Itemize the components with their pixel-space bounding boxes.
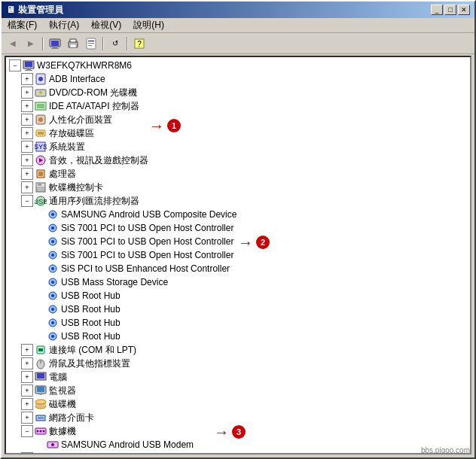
monitor-expand[interactable]: + — [21, 385, 33, 397]
svg-rect-1 — [51, 41, 59, 46]
refresh-button[interactable]: ↺ — [107, 35, 124, 52]
svg-rect-9 — [88, 43, 94, 44]
toolbar-sep-2 — [102, 37, 104, 50]
keyboard-expand[interactable]: + — [21, 452, 33, 454]
tree-item-floppy[interactable]: + 軟碟機控制卡 — [8, 181, 468, 194]
help-button[interactable]: ? — [131, 35, 148, 52]
tree-item-cpu[interactable]: + 處理器 — [8, 167, 468, 181]
ide-expand[interactable]: + — [21, 100, 33, 112]
network-label: 網路介面卡 — [49, 411, 467, 424]
audio-expand[interactable]: + — [21, 154, 33, 166]
root-hub-1-icon — [47, 290, 59, 302]
tree-item-root-hub-4[interactable]: USB Root Hub — [8, 330, 468, 343]
tree-item-ide[interactable]: + IDE ATA/ATAPI 控制器 — [8, 99, 468, 113]
tree-item-hid[interactable]: + 人性化介面裝置 — [8, 113, 468, 126]
tree-item-adb[interactable]: + ADB Interface — [8, 72, 468, 86]
tree-item-sis1[interactable]: SiS 7001 PCI to USB Open Host Controller — [8, 221, 468, 235]
svg-point-73 — [37, 430, 39, 433]
tree-item-samsung-modem[interactable]: SAMSUNG Android USB Modem — [8, 438, 468, 451]
maximize-button[interactable]: □ — [444, 5, 456, 15]
print-button[interactable] — [65, 35, 81, 52]
tree-item-disk[interactable]: + 磁碟機 — [8, 397, 468, 411]
keyboard-label: 鍵盤 — [49, 451, 467, 454]
modem-expand[interactable]: − — [21, 425, 33, 437]
window-icon: 🖥 — [6, 5, 15, 15]
tree-item-sis3[interactable]: SiS 7001 PCI to USB Open Host Controller — [8, 248, 468, 262]
adb-icon — [35, 73, 47, 85]
tree-item-mouse[interactable]: + 滑鼠及其他指標裝置 — [8, 357, 468, 370]
audio-icon — [35, 154, 47, 166]
tree-item-root-hub-3[interactable]: USB Root Hub — [8, 316, 468, 330]
svg-point-55 — [51, 321, 54, 324]
disk-item-icon — [35, 398, 47, 410]
sis-enhanced-label: SiS PCI to USB Enhanced Host Controller — [61, 262, 467, 275]
hid-expand[interactable]: + — [21, 114, 33, 126]
tree-item-sis-enhanced[interactable]: SiS PCI to USB Enhanced Host Controller — [8, 262, 468, 275]
ports-label: 連接埠 (COM 和 LPT) — [49, 343, 467, 357]
modem-label: 數據機 — [49, 424, 467, 438]
forward-button[interactable]: ▶ — [23, 35, 39, 52]
cpu-expand[interactable]: + — [21, 168, 33, 180]
network-expand[interactable]: + — [21, 412, 33, 424]
svg-point-43 — [51, 240, 54, 243]
cdrom-icon — [35, 87, 47, 99]
svg-rect-8 — [88, 41, 94, 41]
menu-bar: 檔案(F) 執行(A) 檢視(V) 說明(H) — [2, 18, 474, 33]
svg-point-51 — [51, 294, 54, 297]
tree-item-modem[interactable]: − 數據機 — [8, 424, 468, 438]
storage-expand[interactable]: + — [21, 127, 33, 139]
tree-item-root-hub-1[interactable]: USB Root Hub — [8, 289, 468, 302]
system-label: 系統裝置 — [49, 140, 467, 154]
tree-item-ports[interactable]: + 連接埠 (COM 和 LPT) — [8, 343, 468, 357]
mouse-expand[interactable]: + — [21, 357, 33, 369]
svg-point-45 — [51, 254, 54, 257]
back-button[interactable]: ◀ — [5, 35, 21, 52]
sis1-icon — [47, 222, 59, 234]
tree-item-sis2[interactable]: SiS 7001 PCI to USB Open Host Controller — [8, 235, 468, 248]
tree-item-root-hub-2[interactable]: USB Root Hub — [8, 302, 468, 316]
cdrom-label: DVD/CD-ROM 光碟機 — [49, 86, 467, 99]
tree-item-storage[interactable]: + 存放磁碟區 — [8, 126, 468, 140]
minimize-button[interactable]: _ — [431, 5, 443, 15]
svg-rect-6 — [70, 44, 76, 47]
computer-icon-btn[interactable] — [47, 35, 63, 52]
svg-rect-2 — [53, 47, 57, 48]
tree-item-monitor[interactable]: + 監視器 — [8, 384, 468, 397]
ports-expand[interactable]: + — [21, 344, 33, 356]
svg-text:SYS: SYS — [35, 143, 47, 150]
svg-point-49 — [51, 281, 54, 284]
root-hub-3-icon — [47, 317, 59, 329]
tree-item-keyboard[interactable]: + 鍵盤 — [8, 451, 468, 454]
close-button[interactable]: ✕ — [458, 5, 470, 15]
computer-expand[interactable]: + — [21, 371, 33, 383]
svg-point-69 — [35, 400, 46, 404]
tree-item-audio[interactable]: + 音效，視訊及遊戲控制器 — [8, 154, 468, 167]
properties-button[interactable] — [83, 35, 99, 52]
svg-rect-3 — [51, 48, 59, 49]
tree-root[interactable]: − W3EFKQ7KHWRR8M6 — [8, 59, 468, 72]
tree-item-usb-ctrl[interactable]: − USB 通用序列匯流排控制器 — [8, 194, 468, 208]
mouse-label: 滑鼠及其他指標裝置 — [49, 357, 467, 370]
svg-point-74 — [40, 430, 42, 433]
floppy-expand[interactable]: + — [21, 181, 33, 193]
usb-mass-icon — [47, 276, 59, 288]
menu-help[interactable]: 說明(H) — [127, 18, 170, 32]
tree-item-usb-mass[interactable]: USB Mass Storage Device — [8, 275, 468, 289]
tree-item-system[interactable]: + SYS 系統裝置 — [8, 140, 468, 154]
menu-action[interactable]: 執行(A) — [43, 18, 85, 32]
tree-item-network[interactable]: + 網路介面卡 — [8, 411, 468, 424]
tree-item-samsung-composite[interactable]: SAMSUNG Android USB Composite Device — [8, 208, 468, 221]
menu-view[interactable]: 檢視(V) — [85, 18, 127, 32]
tree-view[interactable]: − W3EFKQ7KHWRR8M6 + ADB Interface — [5, 56, 471, 454]
menu-file[interactable]: 檔案(F) — [2, 18, 43, 32]
svg-rect-32 — [38, 172, 43, 176]
system-expand[interactable]: + — [21, 141, 33, 153]
tree-item-cdrom[interactable]: + DVD/CD-ROM 光碟機 — [8, 86, 468, 99]
disk-expand[interactable]: + — [21, 398, 33, 410]
samsung-composite-icon — [47, 208, 59, 220]
root-expand[interactable]: − — [9, 59, 21, 71]
cdrom-expand[interactable]: + — [21, 87, 33, 99]
tree-item-computer[interactable]: + 電腦 — [8, 370, 468, 384]
adb-expand[interactable]: + — [21, 73, 33, 85]
usb-ctrl-expand[interactable]: − — [21, 195, 33, 207]
